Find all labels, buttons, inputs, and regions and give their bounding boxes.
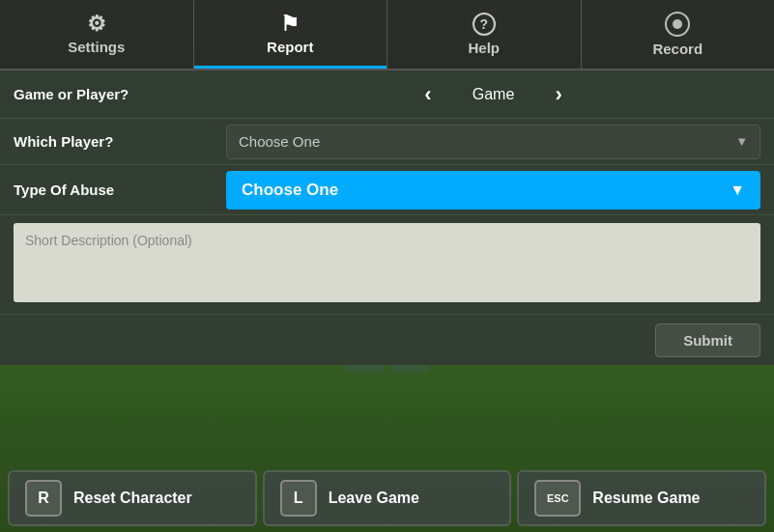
- gear-icon: ⚙: [87, 14, 106, 35]
- type-of-abuse-select[interactable]: Choose One ▼: [226, 171, 760, 210]
- which-player-select[interactable]: Choose One ▼: [226, 125, 760, 159]
- flag-icon: ⚑: [280, 14, 300, 35]
- prev-arrow-button[interactable]: ‹: [420, 84, 435, 105]
- report-panel: Game or Player? ‹ Game › Which Player? C…: [0, 70, 774, 365]
- game-or-player-label: Game or Player?: [14, 86, 226, 102]
- top-nav: ⚙ Settings ⚑ Report ? Help Record: [0, 0, 774, 70]
- resume-game-action[interactable]: ESC Resume Game: [517, 470, 766, 526]
- nav-record[interactable]: Record: [582, 0, 775, 69]
- reset-key-label: R: [38, 490, 49, 507]
- game-or-player-row: Game or Player? ‹ Game ›: [0, 70, 774, 119]
- record-icon: [665, 12, 690, 37]
- submit-button[interactable]: Submit: [655, 323, 760, 357]
- nav-report[interactable]: ⚑ Report: [194, 0, 388, 69]
- leave-action-label: Leave Game: [329, 490, 419, 507]
- nav-record-label: Record: [652, 41, 702, 57]
- game-value: Game: [455, 86, 532, 103]
- nav-help-label: Help: [468, 40, 500, 56]
- nav-settings-label: Settings: [68, 39, 125, 55]
- reset-action-label: Reset Character: [73, 490, 192, 507]
- resume-key-badge: ESC: [534, 480, 581, 517]
- type-of-abuse-row: Type Of Abuse Choose One ▼: [0, 165, 774, 215]
- nav-report-label: Report: [267, 39, 313, 55]
- leave-key-badge: L: [280, 480, 317, 517]
- bottom-action-bar: R Reset Character L Leave Game ESC Resum…: [0, 464, 774, 532]
- type-of-abuse-arrow-icon: ▼: [730, 182, 745, 199]
- game-selector: ‹ Game ›: [226, 84, 760, 105]
- reset-key-badge: R: [25, 480, 62, 517]
- resume-action-label: Resume Game: [592, 490, 700, 507]
- next-arrow-button[interactable]: ›: [552, 84, 566, 105]
- reset-character-action[interactable]: R Reset Character: [8, 470, 257, 526]
- leave-key-label: L: [294, 490, 303, 507]
- description-row: [0, 215, 774, 315]
- resume-key-label: ESC: [547, 492, 569, 504]
- description-textarea[interactable]: [14, 223, 760, 302]
- nav-help[interactable]: ? Help: [387, 0, 582, 69]
- type-of-abuse-value: Choose One: [242, 181, 338, 200]
- which-player-arrow-icon: ▼: [735, 134, 748, 149]
- leave-game-action[interactable]: L Leave Game: [263, 470, 512, 526]
- which-player-row: Which Player? Choose One ▼: [0, 119, 774, 165]
- which-player-value: Choose One: [239, 133, 320, 150]
- nav-settings[interactable]: ⚙ Settings: [0, 0, 194, 69]
- which-player-label: Which Player?: [14, 133, 226, 150]
- submit-row: Submit: [0, 315, 774, 365]
- help-icon: ?: [473, 13, 496, 36]
- type-of-abuse-label: Type Of Abuse: [14, 182, 226, 198]
